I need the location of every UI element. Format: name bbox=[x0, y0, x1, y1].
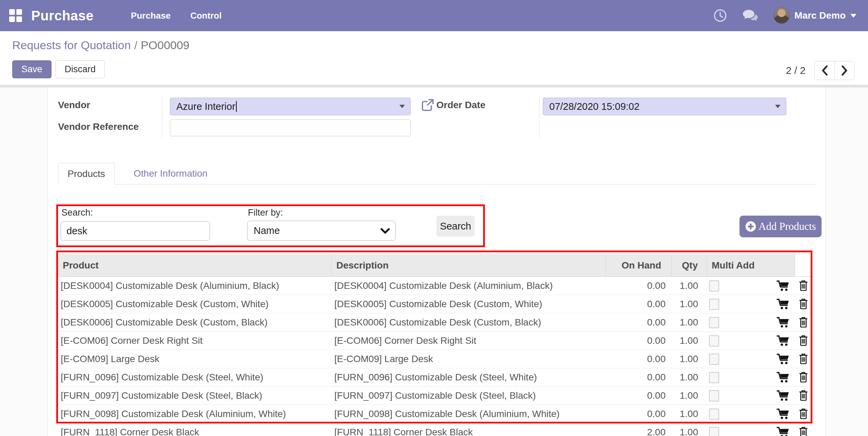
user-menu[interactable]: Marc Demo bbox=[773, 7, 856, 24]
table-row[interactable]: [E-COM06] Corner Desk Right Sit [E-COM06… bbox=[58, 332, 811, 350]
vendor-field[interactable]: Azure Interior bbox=[170, 98, 411, 115]
cell-product: [E-COM06] Corner Desk Right Sit bbox=[58, 335, 332, 346]
cell-on-hand: 0.00 bbox=[606, 299, 672, 310]
header-description[interactable]: Description bbox=[332, 254, 606, 276]
add-to-cart-button[interactable] bbox=[771, 353, 795, 365]
order-date-dropdown-caret-icon[interactable] bbox=[775, 105, 781, 108]
header-on-hand[interactable]: On Hand bbox=[606, 254, 672, 276]
filter-by-selected-value: Name bbox=[254, 225, 280, 236]
add-to-cart-button[interactable] bbox=[771, 426, 795, 436]
filter-by-select[interactable]: Name bbox=[247, 221, 396, 241]
discard-button[interactable]: Discard bbox=[56, 60, 105, 78]
add-to-cart-button[interactable] bbox=[771, 408, 795, 420]
delete-row-button[interactable] bbox=[795, 371, 811, 383]
multi-add-checkbox[interactable] bbox=[709, 335, 719, 346]
cell-qty[interactable]: 1.00 bbox=[672, 299, 707, 310]
add-products-label: Add Products bbox=[758, 220, 816, 233]
add-to-cart-button[interactable] bbox=[771, 298, 795, 310]
add-to-cart-button[interactable] bbox=[771, 371, 795, 383]
header-multi-add[interactable]: Multi Add bbox=[707, 254, 795, 276]
pager-next-button[interactable] bbox=[834, 61, 854, 80]
select-chevron-icon bbox=[380, 228, 390, 234]
cell-qty[interactable]: 1.00 bbox=[672, 335, 707, 346]
shopping-cart-icon bbox=[776, 371, 790, 383]
trash-icon bbox=[798, 280, 809, 292]
table-row[interactable]: [DESK0005] Customizable Desk (Custom, Wh… bbox=[58, 295, 811, 313]
cell-qty[interactable]: 1.00 bbox=[672, 390, 707, 401]
table-row[interactable]: [FURN_1118] Corner Desk Black [FURN_1118… bbox=[58, 423, 811, 436]
breadcrumb: Requests for Quotation/PO00009 bbox=[12, 39, 190, 52]
caret-down-icon bbox=[850, 14, 856, 18]
cell-product: [FURN_0096] Customizable Desk (Steel, Wh… bbox=[58, 372, 332, 383]
multi-add-checkbox[interactable] bbox=[709, 354, 719, 365]
breadcrumb-parent-link[interactable]: Requests for Quotation bbox=[12, 39, 131, 52]
cell-description: [E-COM06] Corner Desk Right Sit bbox=[332, 335, 606, 346]
order-date-field[interactable]: 07/28/2020 15:09:02 bbox=[543, 98, 786, 115]
header-product[interactable]: Product bbox=[58, 254, 332, 276]
add-to-cart-button[interactable] bbox=[771, 335, 795, 347]
multi-add-checkbox[interactable] bbox=[709, 299, 719, 310]
cell-qty[interactable]: 1.00 bbox=[672, 317, 707, 328]
delete-row-button[interactable] bbox=[795, 390, 811, 402]
table-row[interactable]: [DESK0006] Customizable Desk (Custom, Bl… bbox=[58, 313, 811, 332]
multi-add-checkbox[interactable] bbox=[709, 317, 719, 328]
delete-row-button[interactable] bbox=[795, 408, 811, 420]
cell-product: [E-COM09] Large Desk bbox=[58, 354, 332, 364]
shopping-cart-icon bbox=[776, 408, 790, 420]
multi-add-checkbox[interactable] bbox=[709, 280, 719, 292]
tab-products[interactable]: Products bbox=[58, 163, 115, 184]
apps-menu-button[interactable] bbox=[0, 0, 31, 31]
vendor-reference-field[interactable] bbox=[170, 119, 411, 136]
add-to-cart-button[interactable] bbox=[771, 390, 795, 402]
search-input[interactable] bbox=[61, 221, 210, 241]
header-qty[interactable]: Qty bbox=[672, 254, 707, 276]
delete-row-button[interactable] bbox=[795, 298, 811, 310]
app-brand-title[interactable]: Purchase bbox=[31, 8, 94, 23]
messages-chat-icon[interactable] bbox=[742, 9, 758, 22]
add-to-cart-button[interactable] bbox=[771, 316, 795, 329]
shopping-cart-icon bbox=[776, 316, 790, 329]
multi-add-checkbox[interactable] bbox=[709, 390, 719, 401]
multi-add-checkbox[interactable] bbox=[709, 409, 719, 420]
add-products-button[interactable]: Add Products bbox=[739, 216, 822, 237]
cell-qty[interactable]: 1.00 bbox=[672, 280, 707, 291]
cell-qty[interactable]: 1.00 bbox=[672, 372, 707, 383]
multi-add-checkbox[interactable] bbox=[709, 372, 719, 383]
breadcrumb-separator: / bbox=[134, 39, 137, 52]
pager-previous-button[interactable] bbox=[815, 61, 834, 80]
cell-qty[interactable]: 1.00 bbox=[672, 427, 707, 436]
delete-row-button[interactable] bbox=[795, 280, 811, 292]
delete-row-button[interactable] bbox=[795, 335, 811, 347]
tab-other-information[interactable]: Other Information bbox=[122, 163, 219, 184]
table-row[interactable]: [FURN_0097] Customizable Desk (Steel, Bl… bbox=[58, 387, 811, 405]
table-row[interactable]: [FURN_0096] Customizable Desk (Steel, Wh… bbox=[58, 368, 811, 387]
trash-icon bbox=[798, 426, 809, 436]
menu-item-control[interactable]: Control bbox=[190, 11, 221, 21]
cell-qty[interactable]: 1.00 bbox=[672, 354, 707, 364]
table-row[interactable]: [E-COM09] Large Desk [E-COM09] Large Des… bbox=[58, 350, 811, 368]
table-row[interactable]: [DESK0004] Customizable Desk (Aluminium,… bbox=[58, 277, 811, 295]
trash-icon bbox=[798, 371, 809, 383]
menu-item-purchase[interactable]: Purchase bbox=[131, 11, 171, 21]
vendor-external-link-icon[interactable] bbox=[421, 98, 434, 112]
chevron-left-icon bbox=[821, 65, 828, 76]
table-row[interactable]: [FURN_0098] Customizable Desk (Aluminium… bbox=[58, 405, 811, 423]
activities-clock-icon[interactable] bbox=[713, 8, 727, 23]
search-button[interactable]: Search bbox=[436, 216, 475, 237]
product-table: Product Description On Hand Qty Multi Ad… bbox=[58, 254, 811, 436]
multi-add-checkbox[interactable] bbox=[709, 427, 719, 436]
save-button[interactable]: Save bbox=[12, 60, 52, 78]
pager-count: 2 / 2 bbox=[786, 65, 806, 76]
cell-on-hand: 0.00 bbox=[606, 317, 672, 328]
cell-description: [FURN_0096] Customizable Desk (Steel, Wh… bbox=[332, 372, 606, 383]
delete-row-button[interactable] bbox=[795, 316, 811, 329]
order-date-label: Order Date bbox=[436, 100, 486, 111]
add-to-cart-button[interactable] bbox=[771, 280, 795, 292]
top-navbar: Purchase Purchase Control Marc Demo bbox=[0, 0, 868, 31]
delete-row-button[interactable] bbox=[795, 353, 811, 365]
cell-qty[interactable]: 1.00 bbox=[672, 409, 707, 419]
delete-row-button[interactable] bbox=[795, 426, 811, 436]
cell-on-hand: 0.00 bbox=[606, 390, 672, 401]
vendor-dropdown-caret-icon[interactable] bbox=[399, 105, 405, 108]
cell-on-hand: 0.00 bbox=[606, 335, 672, 346]
